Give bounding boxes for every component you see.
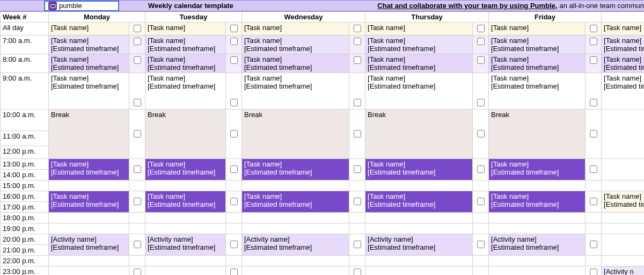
cb-18-tue[interactable]: [226, 213, 242, 223]
cell-22-thu[interactable]: [365, 256, 473, 266]
cb-22-wed[interactable]: [349, 256, 365, 266]
cell-23-fri[interactable]: [489, 266, 586, 276]
cell-16-mon[interactable]: [Task name][Estimated timeframe]: [49, 191, 129, 213]
cell-15-mon[interactable]: [49, 180, 129, 191]
cb-13-mon[interactable]: [129, 159, 145, 180]
cb-15-mon[interactable]: [129, 180, 145, 191]
cell-9-fri[interactable]: [Task name][Estimated timeframe]: [489, 73, 586, 110]
cb-8-mon[interactable]: [129, 54, 145, 73]
cell-15-fri[interactable]: [489, 180, 586, 191]
cell-break-tue[interactable]: Break: [145, 110, 226, 159]
cb-break-tue[interactable]: [226, 110, 242, 159]
cell-23-sat[interactable]: [Activity n: [602, 266, 644, 276]
cb-7-tue[interactable]: [226, 35, 242, 54]
cell-9-sat[interactable]: [Task name][Estimated tir: [602, 73, 644, 110]
cell-7-mon[interactable]: [Task name][Estimated timeframe]: [49, 35, 129, 54]
cb-allday-mon[interactable]: [129, 23, 145, 35]
cell-act-tue[interactable]: [Activity name][Estimated timeframe]: [145, 234, 226, 256]
cb-15-wed[interactable]: [349, 180, 365, 191]
cell-8-mon[interactable]: [Task name][Estimated timeframe]: [49, 54, 129, 73]
cell-act-wed[interactable]: [Activity name][Estimated timeframe]: [242, 234, 349, 256]
cell-23-thu[interactable]: [365, 266, 473, 276]
cb-8-tue[interactable]: [226, 54, 242, 73]
cell-19-sat[interactable]: [602, 223, 644, 234]
cb-19-tue[interactable]: [226, 223, 242, 234]
cell-7-sat[interactable]: [Task name][Estimated tir: [602, 35, 644, 54]
cb-18-wed[interactable]: [349, 213, 365, 223]
logo-cell[interactable]: pumble: [44, 1, 119, 11]
cb-8-thu[interactable]: [473, 54, 489, 73]
cell-18-tue[interactable]: [145, 213, 226, 223]
cell-8-thu[interactable]: [Task name][Estimated timeframe]: [365, 54, 473, 73]
cb-15-thu[interactable]: [473, 180, 489, 191]
cell-allday-wed[interactable]: [Task name]: [242, 23, 349, 35]
cell-16-thu[interactable]: [Task name][Estimated timeframe]: [365, 191, 473, 213]
cb-23-tue[interactable]: [226, 266, 242, 276]
cb-9-tue[interactable]: [226, 73, 242, 110]
cell-act-sat[interactable]: [602, 234, 644, 256]
cb-13-fri[interactable]: [586, 159, 602, 180]
cell-allday-mon[interactable]: [Task name]: [49, 23, 129, 35]
cb-23-mon[interactable]: [129, 266, 145, 276]
cell-9-mon[interactable]: [Task name][Estimated timeframe]: [49, 73, 129, 110]
cb-8-wed[interactable]: [349, 54, 365, 73]
cell-23-tue[interactable]: [145, 266, 226, 276]
cell-7-tue[interactable]: [Task name][Estimated timeframe]: [145, 35, 226, 54]
cell-13-mon[interactable]: [Task name][Estimated timeframe]: [49, 159, 129, 180]
cell-18-sat[interactable]: [602, 213, 644, 223]
cell-13-sat[interactable]: [602, 159, 644, 180]
cb-9-fri[interactable]: [586, 73, 602, 110]
cell-19-tue[interactable]: [145, 223, 226, 234]
cb-18-fri[interactable]: [586, 213, 602, 223]
cell-16-tue[interactable]: [Task name][Estimated timeframe]: [145, 191, 226, 213]
cell-18-fri[interactable]: [489, 213, 586, 223]
cell-9-wed[interactable]: [Task name][Estimated timeframe]: [242, 73, 349, 110]
cell-19-fri[interactable]: [489, 223, 586, 234]
cell-break-wed[interactable]: Break: [242, 110, 349, 159]
cb-22-fri[interactable]: [586, 256, 602, 266]
cell-15-wed[interactable]: [242, 180, 349, 191]
cb-23-fri[interactable]: [586, 266, 602, 276]
cb-18-thu[interactable]: [473, 213, 489, 223]
cb-9-mon[interactable]: [129, 73, 145, 110]
cell-13-tue[interactable]: [Task name][Estimated timeframe]: [145, 159, 226, 180]
cb-9-wed[interactable]: [349, 73, 365, 110]
cb-7-wed[interactable]: [349, 35, 365, 54]
cell-16-fri[interactable]: [Task name][Estimated timeframe]: [489, 191, 586, 213]
cell-break-fri[interactable]: Break: [489, 110, 586, 159]
cell-15-tue[interactable]: [145, 180, 226, 191]
cb-allday-thu[interactable]: [473, 23, 489, 35]
cb-7-fri[interactable]: [586, 35, 602, 54]
cb-15-fri[interactable]: [586, 180, 602, 191]
cb-break-wed[interactable]: [349, 110, 365, 159]
cell-allday-thu[interactable]: [Task name]: [365, 23, 473, 35]
cell-16-sat[interactable]: [Task name][Estimated tir: [602, 191, 644, 213]
cell-22-fri[interactable]: [489, 256, 586, 266]
cell-15-thu[interactable]: [365, 180, 473, 191]
cb-act-mon[interactable]: [129, 234, 145, 256]
cb-22-thu[interactable]: [473, 256, 489, 266]
cb-act-tue[interactable]: [226, 234, 242, 256]
cell-7-wed[interactable]: [Task name][Estimated timeframe]: [242, 35, 349, 54]
cell-8-tue[interactable]: [Task name][Estimated timeframe]: [145, 54, 226, 73]
cell-18-mon[interactable]: [49, 213, 129, 223]
cell-break-sat[interactable]: [602, 110, 644, 159]
cb-act-wed[interactable]: [349, 234, 365, 256]
cb-allday-tue[interactable]: [226, 23, 242, 35]
cell-19-mon[interactable]: [49, 223, 129, 234]
cell-allday-sat[interactable]: [Task name]: [602, 23, 644, 35]
cb-19-wed[interactable]: [349, 223, 365, 234]
cb-break-mon[interactable]: [129, 110, 145, 159]
cell-19-thu[interactable]: [365, 223, 473, 234]
cb-8-fri[interactable]: [586, 54, 602, 73]
cb-16-thu[interactable]: [473, 191, 489, 213]
cb-15-tue[interactable]: [226, 180, 242, 191]
cb-9-thu[interactable]: [473, 73, 489, 110]
cb-allday-wed[interactable]: [349, 23, 365, 35]
cell-break-mon[interactable]: Break: [49, 110, 129, 159]
cb-18-mon[interactable]: [129, 213, 145, 223]
cell-22-tue[interactable]: [145, 256, 226, 266]
cb-13-tue[interactable]: [226, 159, 242, 180]
cell-8-fri[interactable]: [Task name][Estimated timeframe]: [489, 54, 586, 73]
cell-9-thu[interactable]: [Task name][Estimated timeframe]: [365, 73, 473, 110]
